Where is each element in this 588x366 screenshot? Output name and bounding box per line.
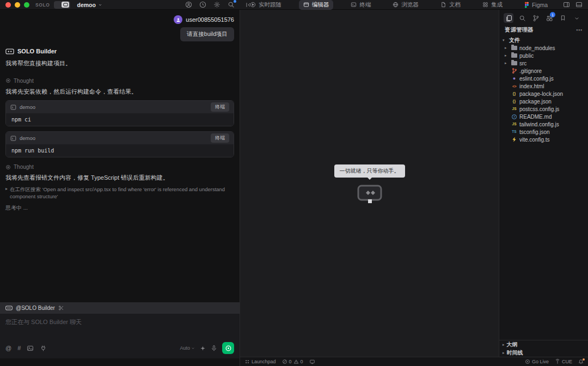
folder-icon — [511, 46, 517, 50]
user-identity: user00855051576 — [174, 15, 234, 24]
user-prompt-bubble[interactable]: 请直接build项目 — [180, 27, 234, 41]
username: user00855051576 — [186, 16, 234, 23]
search-view-icon[interactable] — [517, 13, 527, 23]
tree-item-file[interactable]: JS postcss.config.js — [499, 105, 588, 113]
tree-item-file[interactable]: {} package.json — [499, 97, 588, 105]
terminal-command: npm run build — [6, 144, 234, 157]
tab-terminal[interactable]: 终端 — [346, 0, 375, 10]
tree-item-file[interactable]: TS tsconfig.json — [499, 128, 588, 136]
app-window: SOLO demoo — [0, 0, 588, 366]
tab-figma[interactable]: Figma — [520, 1, 552, 9]
tree-item-folder[interactable]: ▸ public — [499, 52, 588, 59]
tree-item-file[interactable]: {} package-lock.json — [499, 90, 588, 97]
outline-section[interactable]: ▸ 大纲 — [499, 340, 588, 349]
settings-gear-icon[interactable] — [213, 1, 220, 8]
close-window-button[interactable] — [5, 2, 11, 8]
topbar-right — [558, 1, 588, 8]
more-actions-icon[interactable]: ⋯ — [576, 27, 583, 34]
timeline-section[interactable]: ▸ 时间线 — [499, 349, 588, 357]
solo-send-icon — [225, 345, 232, 352]
vite-file-icon — [511, 137, 517, 143]
extensions-icon[interactable]: 1 — [544, 13, 554, 23]
folder-icon — [511, 61, 517, 65]
tree-item-file[interactable]: <> index.html — [499, 82, 588, 90]
tab-browser[interactable]: 浏览器 — [388, 0, 423, 10]
tab-integrations[interactable]: 集成 — [478, 0, 507, 10]
workspace-search-step[interactable]: ▸ 在工作区搜索 'Open and inspect src/App.tsx t… — [5, 186, 234, 200]
mention-icon[interactable]: @ — [5, 345, 11, 351]
chevron-down-icon — [191, 346, 195, 350]
main-area: user00855051576 请直接build项目 SOLO Builder … — [0, 10, 588, 366]
solo-toggle-knob — [62, 2, 69, 8]
zoom-window-button[interactable] — [24, 2, 29, 8]
error-icon — [282, 359, 287, 364]
enhance-spark-icon[interactable] — [200, 345, 206, 351]
document-icon — [440, 2, 446, 8]
go-live-item[interactable]: Go Live — [525, 359, 549, 364]
tree-item-file[interactable]: vite.config.ts — [499, 136, 588, 143]
tab-editor[interactable]: 编辑器 — [299, 0, 334, 10]
terminal-icon — [10, 136, 16, 141]
composer-toolbar: @ # Auto — [0, 341, 240, 358]
history-icon[interactable] — [199, 1, 206, 8]
ports-item[interactable] — [309, 359, 315, 364]
solo-label: SOLO — [35, 2, 50, 8]
cue-item[interactable]: CUE — [555, 359, 572, 364]
toggle-secondary-sidebar-icon[interactable] — [563, 1, 570, 8]
launchpad-item[interactable]: Launchpad — [244, 359, 276, 364]
ai-search-icon[interactable] — [228, 1, 235, 8]
project-selector[interactable]: demoo — [77, 2, 102, 8]
terminal-icon — [10, 105, 16, 110]
model-selector[interactable]: Auto — [180, 345, 195, 351]
scissors-icon[interactable] — [58, 305, 64, 311]
terminal-title: demoo — [20, 135, 35, 141]
git-file-icon — [511, 68, 517, 74]
explorer-panel: 1 资源管理器 ⋯ — [499, 10, 588, 357]
launchpad-icon — [244, 359, 250, 364]
thought-icon — [5, 78, 11, 83]
tree-item-folder[interactable]: ▸ node_modules — [499, 44, 588, 52]
bookmark-icon[interactable] — [558, 13, 568, 23]
microphone-icon[interactable] — [211, 345, 217, 351]
send-button[interactable] — [222, 342, 234, 354]
chevron-right-icon: ▸ — [503, 343, 505, 347]
tree-item-folder[interactable]: ▸ src — [499, 59, 588, 67]
topbar-left: SOLO demoo — [0, 1, 240, 9]
open-terminal-button[interactable]: 终端 — [211, 102, 229, 112]
problems-item[interactable]: 0 0 — [282, 359, 303, 364]
thought-label-row[interactable]: Thought — [5, 164, 234, 170]
source-control-icon[interactable] — [531, 13, 541, 23]
solo-mode-toggle[interactable] — [54, 1, 70, 9]
tree-item-file[interactable]: .gitignore — [499, 67, 588, 75]
editor-empty-area[interactable]: 一切就绪，只等你动手。 — [240, 10, 499, 357]
assistant-message: 我将先查看报错文件内容，修复 TypeScript 错误后重新构建。 — [5, 173, 234, 182]
file-tree: ▾ 文件 ▸ node_modules ▸ public — [499, 36, 588, 340]
tree-section-files[interactable]: ▾ 文件 — [499, 36, 588, 44]
notifications-bell-item[interactable] — [578, 359, 584, 364]
account-icon[interactable] — [185, 1, 192, 8]
tree-item-file[interactable]: JS tailwind.config.js — [499, 120, 588, 128]
terminal-card-header: demoo 终端 — [6, 101, 234, 113]
toggle-panel-icon[interactable] — [575, 1, 583, 8]
files-view-icon[interactable] — [504, 13, 513, 23]
terminal-card-header: demoo 终端 — [6, 132, 234, 144]
tab-docs[interactable]: 文档 — [436, 0, 465, 10]
minimize-window-button[interactable] — [15, 2, 20, 8]
chat-panel: user00855051576 请直接build项目 SOLO Builder … — [0, 10, 240, 366]
mcp-tools-icon[interactable] — [40, 345, 47, 352]
tab-live-follow[interactable]: 实时跟随 — [246, 0, 286, 10]
open-terminal-button[interactable]: 终端 — [211, 133, 229, 143]
image-icon[interactable] — [27, 345, 34, 352]
ready-tooltip: 一切就绪，只等你动手。 — [334, 164, 405, 178]
tsconfig-file-icon: TS — [511, 129, 517, 135]
hash-icon[interactable]: # — [17, 345, 21, 351]
chat-input[interactable] — [0, 314, 240, 339]
tree-item-file[interactable]: i README.md — [499, 113, 588, 120]
collapse-left-icon[interactable] — [245, 2, 252, 8]
context-bar[interactable]: @SOLO Builder — [0, 302, 240, 314]
chevron-down-icon[interactable] — [572, 13, 581, 23]
thought-label-row[interactable]: Thought — [5, 78, 234, 84]
chevron-right-icon: ▸ — [503, 351, 505, 355]
tree-item-file[interactable]: ● eslint.config.js — [499, 75, 588, 82]
status-bar: Launchpad 0 0 Go Live — [240, 357, 588, 366]
